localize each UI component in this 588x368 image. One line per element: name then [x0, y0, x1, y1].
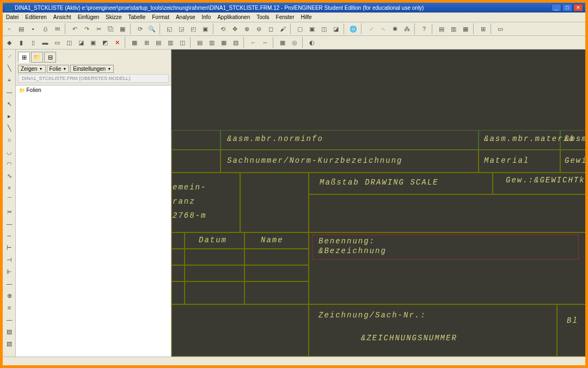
- sketch9-icon[interactable]: ◩: [100, 37, 111, 48]
- menu-ansicht[interactable]: Ansicht: [50, 14, 75, 20]
- symbol-icon[interactable]: ◎: [289, 37, 300, 48]
- menu-fenster[interactable]: Fenster: [273, 14, 298, 20]
- zoom-out-icon[interactable]: ⊖: [253, 23, 264, 34]
- menu-info[interactable]: Info: [199, 14, 215, 20]
- table4-icon[interactable]: ▥: [165, 37, 176, 48]
- globe-icon[interactable]: 🌐: [348, 23, 359, 34]
- view1-icon[interactable]: ▢: [295, 23, 305, 34]
- mail-icon[interactable]: ✉: [52, 23, 63, 34]
- tool-break-icon[interactable]: ✂: [4, 206, 15, 217]
- zoom-in-icon[interactable]: ⊕: [241, 23, 252, 34]
- tree-tab-3[interactable]: ⊟: [44, 52, 56, 63]
- grid-icon[interactable]: ▦: [277, 37, 288, 48]
- spin-icon[interactable]: ⟲: [217, 23, 228, 34]
- tool-spline-icon[interactable]: ∿: [4, 170, 15, 181]
- menu-skizze[interactable]: Skizze: [102, 14, 125, 20]
- pan-icon[interactable]: ✥: [229, 23, 240, 34]
- note1-icon[interactable]: ▤: [194, 37, 205, 48]
- datum2-icon[interactable]: ⟍: [377, 23, 388, 34]
- menu-applikationen[interactable]: Applikationen: [214, 14, 253, 20]
- help-icon[interactable]: ?: [419, 23, 430, 34]
- tool-pointer-icon[interactable]: ▸: [4, 111, 15, 121]
- tree-tab-1[interactable]: ⊞: [18, 52, 30, 63]
- minimize-button[interactable]: _: [552, 4, 561, 11]
- menu-datei[interactable]: Datei: [3, 14, 22, 20]
- table5-icon[interactable]: ◫: [177, 37, 188, 48]
- tool-arc-icon[interactable]: ◡: [4, 146, 15, 157]
- open-icon[interactable]: ▤: [16, 23, 27, 34]
- select3-icon[interactable]: ◰: [188, 23, 199, 34]
- maximize-button[interactable]: □: [562, 4, 572, 11]
- layer3-icon[interactable]: ▦: [460, 23, 471, 34]
- tree-item-folien[interactable]: Folien: [19, 87, 168, 94]
- arrow1-icon[interactable]: ←: [248, 37, 259, 48]
- close-button[interactable]: ✕: [573, 4, 583, 11]
- save-icon[interactable]: ▪: [28, 23, 39, 34]
- table3-icon[interactable]: ▤: [153, 37, 164, 48]
- tool-hatch2-icon[interactable]: ▧: [4, 338, 15, 349]
- tool-circle-icon[interactable]: ○: [4, 134, 15, 145]
- layer2-icon[interactable]: ▥: [448, 23, 459, 34]
- drawing-canvas[interactable]: &asm.mbr.norminfo &asm.mbr.materia &bsm …: [171, 50, 585, 357]
- tree-einstellungen-dropdown[interactable]: Einstellungen: [70, 65, 114, 73]
- menu-tools[interactable]: Tools: [253, 14, 272, 20]
- menu-tabelle[interactable]: Tabelle: [125, 14, 149, 20]
- menu-format[interactable]: Format: [149, 14, 173, 20]
- datum1-icon[interactable]: ⟋: [365, 23, 376, 34]
- cut-icon[interactable]: ✂: [93, 23, 104, 34]
- arrow2-icon[interactable]: ↔: [260, 37, 271, 48]
- select4-icon[interactable]: ▣: [200, 23, 211, 34]
- datum4-icon[interactable]: ⁂: [401, 23, 412, 34]
- sketch7-icon[interactable]: ◪: [76, 37, 87, 48]
- menu-analyse[interactable]: Analyse: [173, 14, 199, 20]
- select-icon[interactable]: ◱: [164, 23, 175, 34]
- publish-icon[interactable]: ◐: [307, 37, 317, 48]
- menu-einfuegen[interactable]: Einfügen: [75, 14, 102, 20]
- window-icon[interactable]: ▭: [495, 23, 506, 34]
- sketch2-icon[interactable]: ▮: [16, 37, 27, 48]
- tool-dim3-icon[interactable]: ⊣: [4, 254, 15, 265]
- tool-line2-icon[interactable]: ╲: [4, 122, 15, 133]
- tool-select-icon[interactable]: ⟋: [4, 51, 15, 62]
- repaint-icon[interactable]: 🖌: [277, 23, 288, 34]
- tool-arc2-icon[interactable]: ◠: [4, 158, 15, 169]
- tool-arrow-icon[interactable]: ↖: [4, 99, 15, 109]
- tool-sym2-icon[interactable]: ≡: [4, 302, 15, 313]
- table2-icon[interactable]: ⊞: [141, 37, 152, 48]
- layer1-icon[interactable]: ▤: [436, 23, 447, 34]
- copy-icon[interactable]: ⿻: [105, 23, 116, 34]
- search-icon[interactable]: 🔍: [146, 23, 157, 34]
- note3-icon[interactable]: ▦: [218, 37, 229, 48]
- undo-icon[interactable]: ↶: [69, 23, 80, 34]
- tool-sym1-icon[interactable]: ⊕: [4, 290, 15, 301]
- tool-dim2-icon[interactable]: ⊢: [4, 242, 15, 253]
- measure-icon[interactable]: ⊞: [477, 23, 488, 34]
- menu-hilfe[interactable]: Hilfe: [298, 14, 315, 20]
- paste-icon[interactable]: ▦: [117, 23, 128, 34]
- menu-editieren[interactable]: Editieren: [22, 14, 50, 20]
- tree-body[interactable]: Folien: [16, 85, 171, 357]
- tool-chain-icon[interactable]: ⌒: [4, 194, 15, 205]
- refit-icon[interactable]: ◻: [265, 23, 276, 34]
- sketch6-icon[interactable]: ◫: [64, 37, 75, 48]
- tool-plus-icon[interactable]: +: [4, 75, 15, 85]
- view2-icon[interactable]: ▣: [307, 23, 317, 34]
- new-icon[interactable]: ▫: [4, 23, 15, 34]
- tree-tab-2[interactable]: 📁: [31, 52, 43, 63]
- select2-icon[interactable]: ◲: [176, 23, 187, 34]
- tool-line-icon[interactable]: ╲: [4, 63, 15, 73]
- datum3-icon[interactable]: ✱: [389, 23, 400, 34]
- regen-icon[interactable]: ⟳: [134, 23, 145, 34]
- sketch8-icon[interactable]: ▣: [88, 37, 99, 48]
- note4-icon[interactable]: ▧: [230, 37, 241, 48]
- view4-icon[interactable]: ◪: [330, 23, 341, 34]
- table1-icon[interactable]: ▦: [129, 37, 140, 48]
- sketch3-icon[interactable]: ▯: [28, 37, 39, 48]
- tree-path[interactable]: DINA1_STCKLISTE.FRM (OBERSTES MODELL): [18, 74, 169, 83]
- note2-icon[interactable]: ▥: [206, 37, 217, 48]
- tree-folie-dropdown[interactable]: Folie: [47, 65, 70, 73]
- sketch1-icon[interactable]: ◆: [4, 37, 15, 48]
- tree-zeigen-dropdown[interactable]: Zeigen: [18, 65, 46, 73]
- redo-icon[interactable]: ↷: [81, 23, 92, 34]
- tool-point-icon[interactable]: ×: [4, 182, 15, 193]
